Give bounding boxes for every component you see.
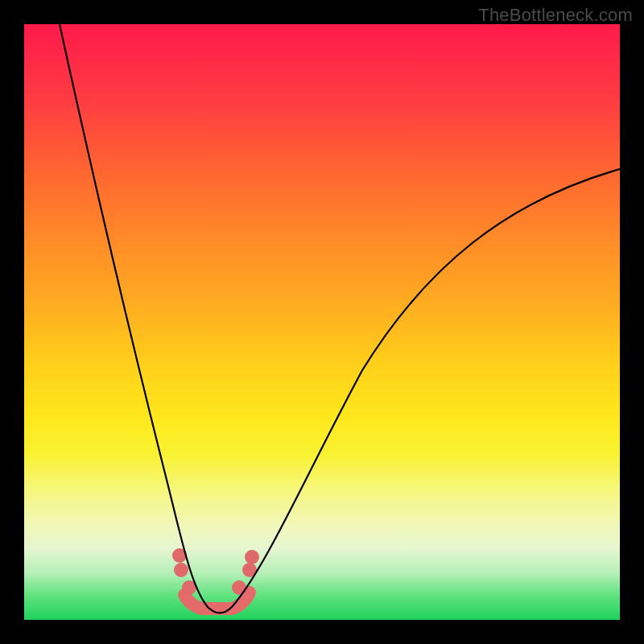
optimal-band xyxy=(184,592,250,609)
chart-canvas xyxy=(24,24,620,620)
marker-dot xyxy=(232,580,246,595)
chart-frame xyxy=(24,24,620,620)
watermark-text: TheBottleneck.com xyxy=(478,5,633,26)
marker-dot xyxy=(174,563,188,577)
bottleneck-curve xyxy=(60,24,620,613)
marker-dot xyxy=(245,550,259,564)
